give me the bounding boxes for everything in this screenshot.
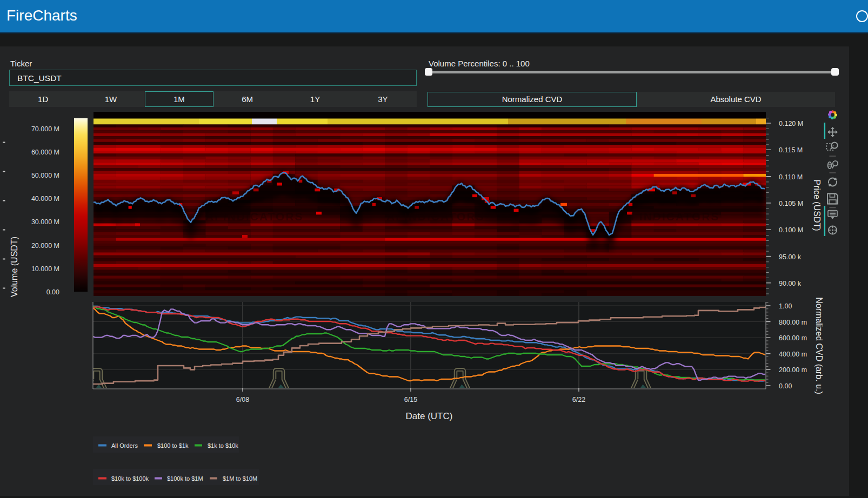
svg-text:1.00: 1.00 <box>779 302 792 310</box>
svg-text:0.105 M: 0.105 M <box>779 200 803 207</box>
svg-text:6/15: 6/15 <box>404 396 417 403</box>
svg-text:400.00 m: 400.00 m <box>779 351 807 358</box>
svg-text:200.00 m: 200.00 m <box>779 366 807 374</box>
svg-text:0.120 M: 0.120 M <box>779 120 803 127</box>
svg-text:6/22: 6/22 <box>572 396 585 403</box>
svg-text:0.00: 0.00 <box>46 288 59 296</box>
svg-text:95.00 k: 95.00 k <box>779 253 802 261</box>
svg-text:$100 to $1k: $100 to $1k <box>157 442 189 449</box>
svg-text:AI INDICATORS: AI INDICATORS <box>205 210 304 223</box>
svg-text:10.000 M: 10.000 M <box>31 265 59 273</box>
svg-text:90.00 k: 90.00 k <box>779 280 802 287</box>
svg-text:40.000 M: 40.000 M <box>31 195 59 203</box>
svg-text:600.00 m: 600.00 m <box>779 334 807 342</box>
svg-text:AI INDICATORS: AI INDICATORS <box>386 210 485 223</box>
svg-text:$1M to $10M: $1M to $10M <box>223 475 257 482</box>
svg-text:All Orders: All Orders <box>111 442 138 449</box>
svg-text:0.110 M: 0.110 M <box>779 173 803 181</box>
svg-text:30.000 M: 30.000 M <box>31 218 59 226</box>
svg-text:Normalized CVD (arb. u.): Normalized CVD (arb. u.) <box>814 297 824 394</box>
svg-text:$10k to $100k: $10k to $100k <box>111 475 149 482</box>
svg-text:20.000 M: 20.000 M <box>31 242 59 250</box>
svg-text:Volume (USDT): Volume (USDT) <box>10 237 19 297</box>
svg-text:800.00 m: 800.00 m <box>779 319 807 326</box>
svg-text:$1k to $10k: $1k to $10k <box>208 442 238 449</box>
svg-text:0.100 M: 0.100 M <box>779 226 803 234</box>
svg-text:50.000 M: 50.000 M <box>31 172 59 179</box>
svg-text:0.00: 0.00 <box>779 382 792 390</box>
svg-text:70.000 M: 70.000 M <box>31 125 59 133</box>
svg-text:Price (USDT): Price (USDT) <box>812 179 822 231</box>
svg-text:60.000 M: 60.000 M <box>31 149 59 156</box>
svg-text:0.115 M: 0.115 M <box>779 146 803 154</box>
svg-text:AI INDICATORS: AI INDICATORS <box>622 210 720 223</box>
svg-text:6/08: 6/08 <box>236 396 249 403</box>
svg-text:Date (UTC): Date (UTC) <box>406 411 453 421</box>
svg-text:$100k to $1M: $100k to $1M <box>167 475 203 482</box>
